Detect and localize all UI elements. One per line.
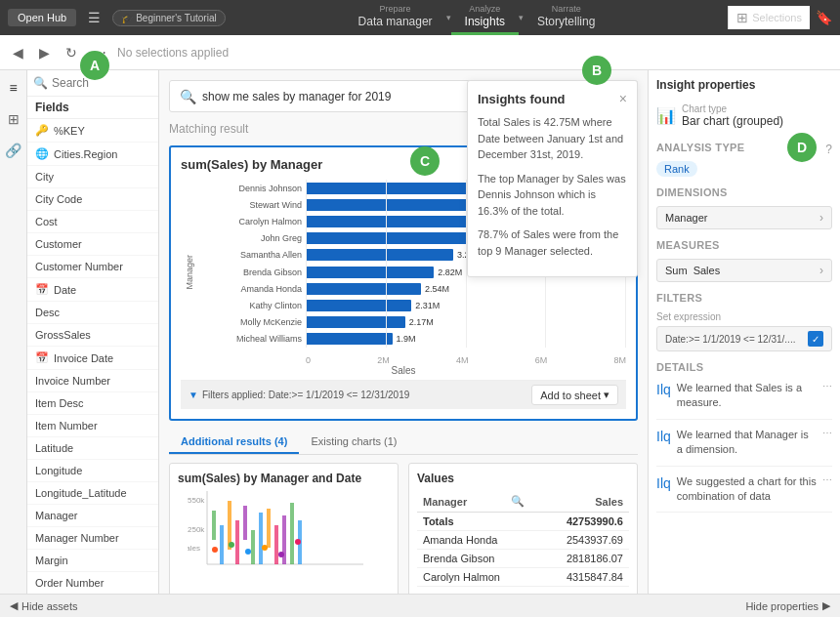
forward-button[interactable]: ▶ — [34, 42, 55, 63]
tutorial-icon: 🎓 — [121, 13, 133, 23]
tab-insights[interactable]: Analyze Insights — [451, 0, 519, 35]
sidebar-item-manager-number[interactable]: Manager Number — [27, 527, 158, 550]
sidebar-item-invoice-number[interactable]: Invoice Number — [27, 370, 158, 392]
calendar-icon: 📅 — [35, 283, 49, 296]
calendar-icon-2: 📅 — [35, 351, 49, 364]
col-search[interactable]: 🔍 — [499, 491, 536, 513]
add-to-sheet-button[interactable]: Add to sheet ▾ — [531, 385, 618, 405]
selections-button[interactable]: Selections — [752, 12, 802, 23]
rp-title: Insight properties — [656, 78, 832, 92]
back-button[interactable]: ◀ — [8, 42, 28, 63]
rp-details-header: Details — [656, 361, 832, 377]
bar-label-6: Amanda Honda — [198, 284, 302, 294]
circle-label-a: A — [80, 51, 109, 80]
circle-label-b: B — [582, 56, 611, 85]
search-input[interactable] — [52, 76, 152, 90]
bookmark-icon[interactable]: 🔖 — [816, 10, 832, 25]
hide-properties-icon: ▶ — [822, 599, 830, 612]
sidebar-item-grosssales[interactable]: GrossSales — [27, 324, 158, 347]
tab-storytelling[interactable]: Narrate Storytelling — [524, 0, 609, 35]
totals-value: 42753990.6 — [536, 513, 629, 531]
x-axis-title: Sales — [181, 365, 626, 376]
values-title: Values — [417, 472, 629, 485]
totals-label: Totals — [417, 513, 536, 531]
sidebar-item-city-code[interactable]: City Code — [27, 188, 158, 211]
sidebar-item-key[interactable]: 🔑 %KEY — [27, 119, 158, 143]
mini-chart-svg: 550k 250k — [188, 491, 363, 579]
bar-fill-5 — [306, 267, 434, 278]
sidebar-item-item-desc[interactable]: Item Desc — [27, 392, 158, 415]
insights-text-2: The top Manager by Sales was Dennis John… — [478, 171, 627, 220]
col-sales: Sales — [536, 491, 629, 513]
bar-row-8: 2.17M — [306, 316, 626, 328]
fields-title: Fields — [27, 97, 158, 119]
rp-chart-type-section: 📊 Chart type Bar chart (grouped) — [656, 100, 832, 132]
svg-point-18 — [245, 549, 251, 555]
open-hub-button[interactable]: Open Hub — [8, 9, 76, 26]
sidebar-item-invoice-date[interactable]: 📅 Invoice Date — [27, 347, 158, 370]
sidebar-item-longitude-latitude[interactable]: Longitude_Latitude — [27, 482, 158, 505]
svg-rect-4 — [212, 511, 216, 540]
rp-filters-header: Filters — [656, 292, 832, 308]
table-row-brenda: Brenda Gibson 2818186.07 — [417, 550, 629, 568]
rp-detail-more-2[interactable]: ⋯ — [822, 474, 832, 485]
rp-filter-check[interactable]: ✓ — [808, 331, 823, 347]
sidebar-item-latitude[interactable]: Latitude — [27, 437, 158, 460]
hide-properties-button[interactable]: Hide properties ▶ — [745, 599, 830, 612]
sidebar-item-margin[interactable]: Margin — [27, 550, 158, 572]
nav-left: Open Hub ☰ 🎓 Beginner's Tutorial — [8, 8, 226, 27]
y-axis-label: Manager — [185, 255, 194, 290]
sidebar-item-customer-number[interactable]: Customer Number — [27, 256, 158, 278]
sidebar-item-manager[interactable]: Manager — [27, 505, 158, 527]
sidebar-item-order-number[interactable]: Order Number — [27, 572, 158, 594]
sidebar-item-item-number[interactable]: Item Number — [27, 415, 158, 437]
rp-measure-expand[interactable]: › — [819, 264, 823, 277]
tab-additional-results[interactable]: Additional results (4) — [169, 431, 299, 454]
svg-rect-9 — [251, 530, 255, 564]
svg-point-16 — [212, 547, 218, 553]
table-row-totals: Totals 42753990.6 — [417, 513, 629, 531]
rp-detail-text-2: We suggested a chart for this combinatio… — [677, 474, 817, 505]
no-selections-label: No selections applied — [117, 46, 832, 60]
refresh-button[interactable]: ↻ — [61, 42, 82, 63]
rp-details-label: Details — [656, 361, 703, 373]
rp-filters-section: Filters Set expression Date:>= 1/1/2019 … — [656, 292, 832, 351]
sidebar-item-date[interactable]: 📅 Date — [27, 278, 158, 302]
bar-value-5: 2.82M — [438, 267, 462, 277]
rp-measures-header: Measures — [656, 239, 832, 255]
hamburger-menu-button[interactable]: ☰ — [82, 8, 106, 27]
tab-data-manager[interactable]: Prepare Data manager — [345, 0, 446, 35]
sidebar-item-desc[interactable]: Desc — [27, 302, 158, 324]
bar-value-9: 1.9M — [397, 334, 416, 344]
matching-result-label: Matching result — [169, 122, 248, 136]
sidebar-item-customer[interactable]: Customer — [27, 233, 158, 256]
hide-assets-button[interactable]: ◀ Hide assets — [10, 599, 77, 612]
tab-existing-charts[interactable]: Existing charts (1) — [299, 431, 408, 454]
sidebar-item-longitude[interactable]: Longitude — [27, 460, 158, 482]
assets-icon-button[interactable]: ⊞ — [4, 107, 23, 131]
chart-filter-bar: ▼ Filters applied: Date:>= 1/1/2019 <= 1… — [181, 380, 626, 409]
rp-chart-type-header: 📊 Chart type Bar chart (grouped) — [656, 100, 832, 132]
rp-dimension-expand[interactable]: › — [819, 211, 823, 225]
insights-close-button[interactable]: × — [619, 91, 627, 106]
link-icon-button[interactable]: 🔗 — [1, 139, 25, 162]
rp-detail-more-0[interactable]: ⋯ — [822, 381, 832, 391]
search-bar-icon: 🔍 — [180, 89, 196, 104]
sidebar-item-cost[interactable]: Cost — [27, 211, 158, 233]
rp-measures-section: Measures Sum Sales › — [656, 239, 832, 282]
rp-analysis-help[interactable]: ? — [825, 143, 832, 156]
top-navigation: Open Hub ☰ 🎓 Beginner's Tutorial Prepare… — [0, 0, 840, 35]
additional-results-tabs: Additional results (4) Existing charts (… — [169, 431, 638, 455]
fields-icon-button[interactable]: ≡ — [5, 76, 21, 100]
rp-dimensions-label: Dimensions — [656, 186, 728, 198]
sidebar-item-city[interactable]: City — [27, 166, 158, 188]
bar-label-0: Dennis Johnson — [198, 184, 302, 193]
rp-detail-more-1[interactable]: ⋯ — [822, 428, 832, 438]
sidebar-item-cities-region[interactable]: 🌐 Cities.Region — [27, 143, 158, 166]
bottom-cards: sum(Sales) by Manager and Date 550k 250k — [169, 463, 638, 594]
bottom-chart-card: sum(Sales) by Manager and Date 550k 250k — [169, 463, 399, 594]
tutorial-badge[interactable]: 🎓 Beginner's Tutorial — [112, 10, 226, 26]
rp-measure-value: Sales — [693, 265, 721, 276]
rp-measure-row: Sum Sales › — [656, 259, 832, 282]
rp-detail-text-0: We learned that Sales is a measure. — [677, 381, 817, 411]
